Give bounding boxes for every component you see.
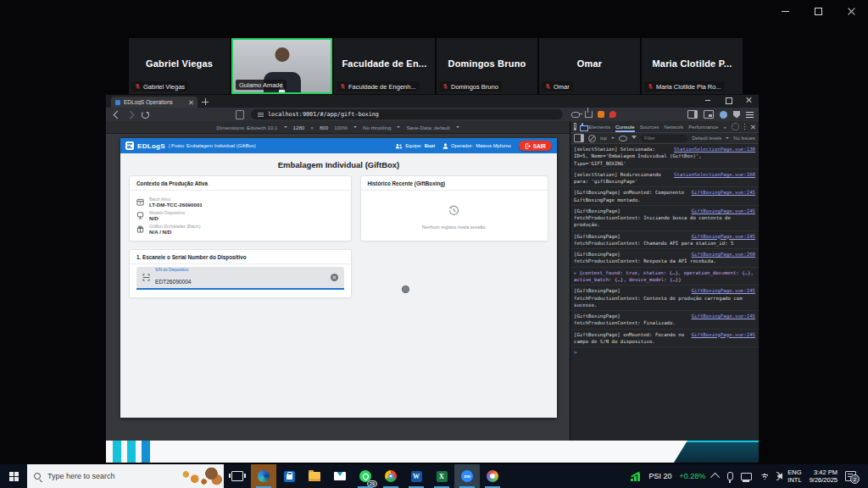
extension-icon-red[interactable]	[609, 111, 616, 118]
tab-elements[interactable]: Elements	[588, 124, 610, 130]
logout-button[interactable]: SAIR	[519, 141, 552, 151]
clear-input-icon[interactable]	[331, 274, 338, 281]
taskbar-file-explorer[interactable]	[302, 464, 327, 488]
devtools-close-icon[interactable]	[750, 125, 755, 130]
taskbar-chrome[interactable]	[378, 464, 403, 488]
profile-avatar[interactable]	[720, 111, 727, 119]
execution-context-select[interactable]: top	[600, 136, 607, 141]
expand-caret-icon[interactable]: ▸	[574, 270, 576, 275]
search-input[interactable]	[46, 471, 175, 481]
live-expression-icon[interactable]	[619, 136, 627, 141]
microphone-tray-icon[interactable]	[727, 472, 733, 480]
participant-tile[interactable]: Gabriel Viegas Gabriel Viegas	[129, 38, 230, 94]
tab-title: EDLogS Operations	[124, 99, 185, 105]
restore-icon[interactable]	[725, 97, 732, 103]
browser-menu-icon[interactable]	[746, 112, 754, 118]
source-link[interactable]: GiftBoxingPage.vue:245	[692, 287, 755, 294]
source-link[interactable]: GiftBoxingPage.vue:245	[692, 331, 755, 338]
restore-icon[interactable]	[814, 7, 823, 16]
inspect-element-icon[interactable]	[574, 123, 576, 130]
console-filter-input[interactable]	[641, 135, 687, 142]
tab-close-icon[interactable]	[188, 100, 193, 105]
hidden-icons-chevron[interactable]	[710, 473, 720, 482]
start-button[interactable]	[0, 464, 27, 488]
site-settings-icon[interactable]	[258, 112, 264, 118]
taskbar-zoom[interactable]: zm	[454, 464, 480, 488]
production-context-card: Contexto da Produção Ativa Batch Ativo L…	[129, 175, 352, 241]
reload-icon[interactable]	[142, 111, 149, 119]
batch-icon	[136, 198, 144, 206]
issues-counter[interactable]: No Issues	[733, 136, 755, 141]
taskbar-search[interactable]	[27, 464, 224, 488]
taskbar-whatsapp[interactable]: 29	[353, 464, 378, 488]
stock-change[interactable]: +0.28%	[680, 472, 706, 480]
clear-console-icon[interactable]	[588, 135, 596, 142]
minimize-icon[interactable]	[781, 7, 790, 16]
console-entry: GiftBoxingPage.vue:245[GiftBoxingPage] f…	[570, 231, 759, 250]
taskbar-word[interactable]: W	[403, 464, 429, 488]
action-center-button[interactable]: 2	[845, 471, 856, 481]
tab-network[interactable]: Network	[664, 124, 683, 130]
task-view-button[interactable]	[224, 464, 251, 488]
browser-tab[interactable]: EDLogS Operations	[111, 97, 198, 108]
taskbar-mail[interactable]	[327, 464, 353, 488]
source-link[interactable]: GiftBoxingPage.vue:245	[692, 313, 755, 319]
viewport-width[interactable]: 1280	[293, 125, 305, 130]
close-icon[interactable]	[847, 7, 856, 16]
more-tabs-icon[interactable]: »	[724, 124, 726, 130]
serial-input[interactable]	[155, 278, 282, 286]
viewport-height[interactable]: 800	[320, 125, 328, 130]
participant-tile[interactable]: Maria Clotilde P... Maria Clotilde Pia R…	[642, 38, 743, 94]
devtools-settings-icon[interactable]	[732, 123, 739, 130]
source-link[interactable]: GiftBoxingPage.vue:245	[692, 233, 755, 240]
tab-sources[interactable]: Sources	[640, 124, 659, 130]
hardware-tray-icon[interactable]	[741, 473, 752, 480]
taskbar-edge[interactable]	[251, 464, 276, 488]
participant-tile[interactable]: Omar Omar	[539, 38, 640, 94]
operator-name: Mateus Mpfumo	[476, 143, 511, 148]
source-link[interactable]: GiftBoxingPage.vue:245	[692, 189, 755, 196]
forward-icon[interactable]	[126, 110, 135, 119]
throttling-select[interactable]: No throttling	[363, 125, 391, 130]
search-doodle-squirrel[interactable]	[180, 465, 224, 487]
taskbar-excel[interactable]: X	[429, 464, 454, 488]
minimize-icon[interactable]	[704, 97, 711, 103]
language-indicator[interactable]: ENG INTL	[787, 469, 801, 484]
source-link[interactable]: GiftBoxingPage.vue:245	[692, 208, 755, 214]
save-data-select[interactable]: Save-Data: default	[406, 125, 449, 130]
reading-list-icon[interactable]	[236, 110, 244, 119]
back-icon[interactable]	[114, 110, 122, 119]
stock-widget-icon[interactable]	[631, 472, 642, 481]
shield-extension-icon[interactable]	[733, 111, 740, 119]
log-levels-select[interactable]: Default levels	[692, 136, 721, 141]
console-prompt[interactable]: >	[570, 347, 759, 357]
source-link[interactable]: StationSelectionPage.vue:168	[674, 171, 755, 178]
address-bar[interactable]: localhost:9001/#/app/gift-boxing	[251, 109, 563, 119]
password-key-icon[interactable]	[571, 112, 580, 118]
console-sidebar-icon[interactable]	[574, 134, 584, 142]
clock[interactable]: 3:42 PM 9/26/2025	[810, 469, 837, 484]
side-panel-icon[interactable]	[687, 110, 698, 119]
tab-console[interactable]: Console	[615, 124, 635, 130]
close-icon[interactable]	[745, 97, 752, 103]
source-link[interactable]: GiftBoxingPage.vue:260	[692, 251, 755, 258]
device-dimensions-select[interactable]: Dimensions: Edutech 10.1	[216, 125, 277, 130]
tab-performance[interactable]: Performance	[688, 124, 718, 130]
new-tab-button[interactable]	[201, 97, 209, 106]
participant-tile[interactable]: Domingos Bruno Domingos Bruno	[437, 38, 537, 94]
participant-tile[interactable]: Faculdade de En... Faculdade de Engenh..…	[334, 38, 435, 94]
taskbar-store[interactable]	[276, 464, 302, 488]
participant-tile-active-speaker[interactable]: Gulamo Amade	[231, 38, 332, 94]
source-link[interactable]: StationSelectionPage.vue:130	[674, 146, 755, 152]
volume-control[interactable]	[777, 472, 780, 480]
taskbar-paint[interactable]	[480, 464, 505, 488]
devtools-menu-icon[interactable]	[743, 123, 746, 130]
stock-index-label[interactable]: PSI 20	[649, 472, 672, 480]
serial-input-field[interactable]: S/N do Dispositivo	[136, 267, 344, 290]
extension-icon-orange[interactable]	[598, 111, 604, 118]
zoom-select[interactable]: 100%	[334, 125, 348, 130]
share-icon[interactable]	[585, 111, 593, 118]
media-control-icon[interactable]	[704, 110, 714, 119]
wifi-icon[interactable]	[760, 473, 770, 480]
device-toolbar-toggle-icon[interactable]	[581, 123, 584, 131]
